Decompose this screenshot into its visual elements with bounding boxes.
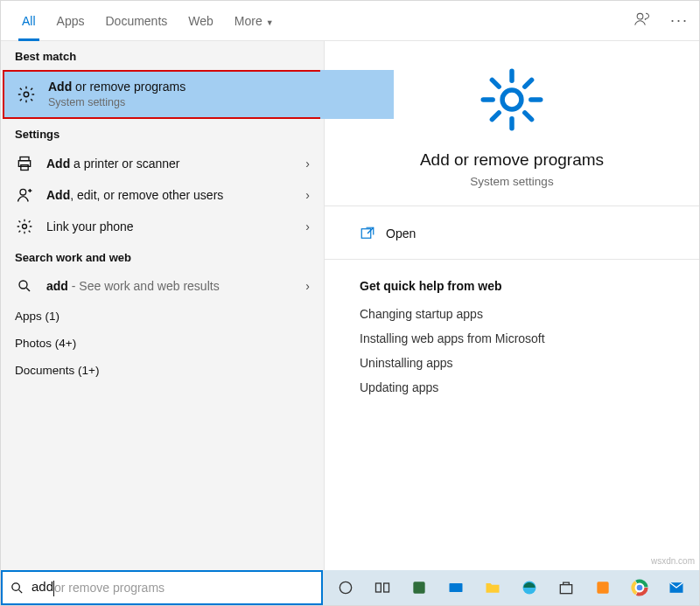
section-best-match: Best match: [1, 41, 324, 70]
preview-title: Add or remove programs: [342, 150, 682, 170]
watermark: wsxdn.com: [651, 556, 695, 566]
tab-more-label: More: [234, 14, 262, 28]
overflow-icon[interactable]: ···: [670, 11, 689, 30]
section-settings: Settings: [1, 119, 324, 148]
quick-help: Get quick help from web Changing startup…: [325, 260, 699, 424]
svg-point-0: [637, 13, 643, 19]
category-documents[interactable]: Documents (1+): [1, 355, 324, 382]
chevron-right-icon: ›: [305, 188, 310, 202]
preview-hero: Add or remove programs System settings: [325, 41, 699, 206]
search-icon: [10, 581, 24, 596]
help-link[interactable]: Changing startup apps: [360, 307, 664, 321]
svg-point-11: [340, 582, 351, 593]
gear-icon: [15, 218, 34, 235]
gear-icon: [17, 85, 36, 104]
search-suggestion-ghost: or remove programs: [54, 581, 164, 595]
search-box[interactable]: add or remove programs: [1, 570, 323, 605]
svg-point-7: [19, 281, 27, 289]
results-pane: Best match Add or remove programs System…: [1, 41, 325, 570]
taskbar-edge-icon[interactable]: [512, 570, 547, 605]
preview-subtitle: System settings: [342, 175, 682, 188]
printer-icon: [15, 155, 34, 172]
svg-rect-4: [21, 165, 28, 171]
svg-point-5: [20, 189, 26, 195]
taskbar-app-icon[interactable]: [402, 570, 437, 605]
result-add-remove-programs[interactable]: Add or remove programs System settings: [3, 70, 322, 119]
tab-web[interactable]: Web: [178, 1, 224, 41]
taskbar-cortana-icon[interactable]: [328, 570, 363, 605]
chevron-down-icon: ▼: [266, 18, 274, 27]
gear-large-icon: [478, 66, 546, 134]
svg-point-10: [12, 582, 19, 590]
help-link[interactable]: Updating apps: [360, 380, 664, 394]
svg-rect-17: [560, 585, 571, 594]
chevron-right-icon: ›: [305, 219, 310, 233]
search-icon: [15, 278, 34, 294]
taskbar-app-icon[interactable]: [438, 570, 473, 605]
chevron-right-icon: ›: [305, 279, 310, 293]
preview-pane: Add or remove programs System settings O…: [325, 41, 699, 570]
svg-point-1: [24, 92, 29, 97]
result-title: Link your phone: [46, 219, 293, 234]
quick-help-heading: Get quick help from web: [360, 279, 664, 293]
result-add-users[interactable]: Add, edit, or remove other users ›: [1, 179, 324, 211]
category-apps[interactable]: Apps (1): [1, 301, 324, 328]
help-link[interactable]: Uninstalling apps: [360, 356, 664, 370]
svg-rect-9: [361, 229, 371, 239]
svg-rect-13: [384, 583, 389, 592]
svg-point-23: [637, 585, 643, 591]
help-link[interactable]: Installing web apps from Microsoft: [360, 331, 664, 345]
search-typed-text: add: [32, 579, 54, 596]
open-icon: [360, 226, 375, 241]
svg-point-6: [23, 225, 27, 229]
result-add-printer[interactable]: Add a printer or scanner ›: [1, 148, 324, 179]
result-title: Add, edit, or remove other users: [46, 187, 293, 203]
result-link-phone[interactable]: Link your phone ›: [1, 211, 324, 242]
tab-apps[interactable]: Apps: [46, 1, 95, 41]
result-web-add[interactable]: add - See work and web results ›: [1, 271, 324, 301]
result-title: Add or remove programs: [48, 79, 308, 94]
svg-point-8: [502, 90, 522, 109]
taskbar-taskview-icon[interactable]: [365, 570, 400, 605]
filter-tabs: All Apps Documents Web More▼ ···: [1, 1, 699, 41]
result-title: add - See work and web results: [46, 278, 293, 294]
tab-documents[interactable]: Documents: [94, 1, 178, 41]
category-photos[interactable]: Photos (4+): [1, 328, 324, 355]
svg-rect-14: [413, 582, 424, 593]
section-search-web: Search work and web: [1, 242, 324, 271]
taskbar-store-icon[interactable]: [549, 570, 584, 605]
result-subtitle: System settings: [48, 94, 308, 110]
taskbar: add or remove programs: [1, 570, 699, 605]
svg-rect-18: [597, 582, 608, 593]
taskbar-app-icon[interactable]: [585, 570, 620, 605]
taskbar-chrome-icon[interactable]: [622, 570, 657, 605]
taskbar-mail-icon[interactable]: [659, 570, 694, 605]
chevron-right-icon: ›: [305, 157, 310, 171]
person-icon: [15, 186, 34, 204]
tab-all[interactable]: All: [11, 1, 46, 41]
svg-rect-15: [450, 583, 463, 592]
feedback-icon[interactable]: [634, 10, 651, 31]
taskbar-explorer-icon[interactable]: [475, 570, 510, 605]
svg-rect-12: [376, 583, 382, 592]
open-action[interactable]: Open: [325, 206, 699, 260]
tab-more[interactable]: More▼: [224, 1, 284, 41]
open-label: Open: [386, 226, 416, 240]
result-title: Add a printer or scanner: [46, 156, 293, 171]
